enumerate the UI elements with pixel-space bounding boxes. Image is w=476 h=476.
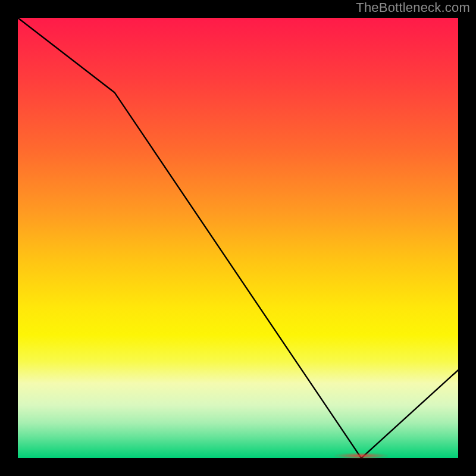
chart-frame: TheBottleneck.com	[0, 0, 476, 476]
curve-line	[18, 18, 458, 458]
plot-area	[18, 18, 458, 458]
attribution-text: TheBottleneck.com	[356, 0, 470, 15]
curve-svg	[18, 18, 458, 458]
